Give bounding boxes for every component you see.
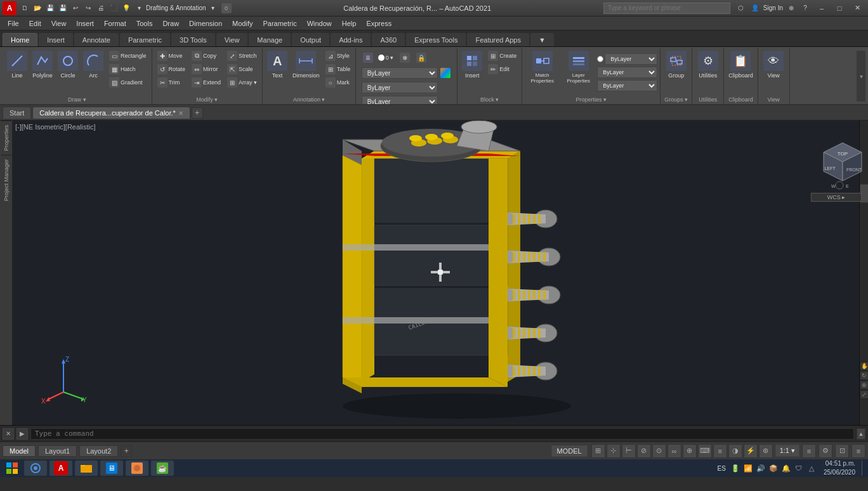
workspace-dropdown[interactable]: ▾ (133, 3, 145, 14)
annotation-btn1[interactable]: ⊿Style (323, 49, 353, 62)
search-input[interactable] (603, 3, 730, 14)
menu-dimension[interactable]: Dimension (184, 16, 227, 30)
workspace-arrow[interactable]: ▾ (207, 3, 219, 14)
menu-express[interactable]: Express (361, 16, 397, 30)
save-as-button[interactable]: 💾 (57, 3, 69, 14)
tab-more[interactable]: ▼ (530, 33, 554, 46)
match-properties-button[interactable]: MatchProperties (525, 49, 560, 95)
qp-toggle[interactable]: ⚡ (744, 444, 758, 458)
tab-annotate[interactable]: Annotate (74, 33, 119, 46)
menu-insert[interactable]: Insert (71, 16, 99, 30)
otrack-toggle[interactable]: ∞ (667, 444, 681, 458)
bylayer1-dropdown[interactable]: ByLayer (605, 53, 657, 65)
lineweight-toggle[interactable]: ≡ (713, 444, 727, 458)
polyline-button[interactable]: Polyline (30, 49, 55, 80)
active-doc-tab[interactable]: Caldera de Recupera...cuperador de Calor… (32, 107, 190, 119)
tab-manage[interactable]: Manage (249, 33, 291, 46)
rectangle-button[interactable]: ▭Rectangle (107, 49, 149, 62)
new-button[interactable]: 🗋 (19, 3, 30, 14)
hatch-button[interactable]: ▦Hatch (107, 63, 149, 75)
edit-block-button[interactable]: ✏Edit (485, 63, 519, 75)
color-dropdown[interactable]: ByLayer (362, 67, 438, 79)
properties-sidebar-tab[interactable]: Properties (1, 121, 11, 155)
menu-parametric[interactable]: Parametric (258, 16, 301, 30)
trim-button[interactable]: ✂Trim (155, 76, 188, 89)
osnap-toggle[interactable]: ⊙ (652, 444, 666, 458)
help-button[interactable]: ? (799, 3, 811, 14)
taskbar-app4[interactable]: 🖥 (100, 461, 123, 476)
tab-expresstools[interactable]: Express Tools (406, 33, 466, 46)
undo-button[interactable]: ↩ (70, 3, 81, 14)
tab-view[interactable]: View (216, 33, 248, 46)
start-button[interactable] (3, 461, 22, 476)
gradient-button[interactable]: ▧Gradient (107, 76, 149, 89)
taskbar-app6[interactable]: ☕ (151, 461, 174, 476)
close-button[interactable]: ✕ (849, 3, 865, 14)
navcube-label[interactable]: WCS ▸ (811, 193, 862, 202)
redo-button[interactable]: ↪ (82, 3, 94, 14)
transparency-toggle[interactable]: ◑ (728, 444, 742, 458)
snap-toggle[interactable]: ⊹ (607, 444, 621, 458)
taskbar-autocad[interactable]: A (49, 461, 72, 476)
sel-cycling[interactable]: ⊛ (759, 444, 773, 458)
more-apps-icon[interactable]: △ (806, 462, 817, 474)
command-input[interactable] (30, 428, 854, 440)
lights-button[interactable]: 💡 (121, 3, 132, 14)
stretch-button[interactable]: ⤢Stretch (225, 49, 260, 62)
pan-button[interactable]: ✋ (860, 362, 868, 370)
polar-toggle[interactable]: ⊘ (637, 444, 651, 458)
command-close-button[interactable]: ✕ (3, 428, 14, 440)
tab-a360[interactable]: A360 (372, 33, 405, 46)
dynucs-toggle[interactable]: ⊕ (683, 444, 697, 458)
extend-button[interactable]: ⇥Extend (189, 76, 223, 89)
tab-home[interactable]: Home (3, 33, 37, 46)
start-tab[interactable]: Start (3, 107, 31, 119)
text-button[interactable]: A Text (265, 49, 289, 80)
new-tab-button[interactable]: + (192, 107, 203, 119)
scale-button[interactable]: 1:1 ▾ (775, 445, 799, 457)
menu-help[interactable]: Help (337, 16, 362, 30)
annotation-btn3[interactable]: ○Mark (323, 76, 353, 89)
layout2-tab[interactable]: Layout2 (79, 445, 118, 457)
show-desktop-button[interactable] (862, 461, 865, 476)
menu-edit[interactable]: Edit (24, 16, 46, 30)
rotate-button[interactable]: ↺Rotate (155, 63, 188, 75)
tab-insert[interactable]: Insert (39, 33, 73, 46)
group-button[interactable]: Group (664, 49, 688, 80)
move-button[interactable]: ✚Move (155, 49, 188, 62)
zoom-button[interactable]: ⊕ (860, 381, 868, 390)
color-btn[interactable] (439, 67, 452, 79)
freeze-layer-button[interactable]: ❄ (397, 51, 412, 64)
orbit-button[interactable]: ↻ (860, 371, 868, 380)
annotation-btn2[interactable]: ⊞Table (323, 63, 353, 75)
plot-button[interactable]: 🖨 (95, 3, 107, 14)
menu-format[interactable]: Format (99, 16, 131, 30)
viewport[interactable]: [-][NE Isometric][Realistic] (13, 121, 868, 425)
layer-properties-button[interactable]: LayerProperties (561, 49, 596, 95)
close-tab-icon[interactable]: ✕ (178, 110, 183, 117)
ribbon-expand[interactable]: ▾ (857, 48, 865, 104)
model-status-button[interactable]: MODEL (551, 445, 588, 457)
autodesk-apps-button[interactable]: ⬡ (735, 3, 747, 14)
info-button[interactable]: ⊕ (786, 3, 797, 14)
annotation-scale-icon[interactable]: ≡ (802, 444, 816, 458)
3d-tools-button[interactable]: ⬛ (108, 3, 119, 14)
model-tab[interactable]: Model (3, 445, 36, 457)
scale-button[interactable]: ⇱Scale (225, 63, 260, 75)
grid-toggle[interactable]: ⊞ (591, 444, 605, 458)
menu-draw[interactable]: Draw (157, 16, 184, 30)
view-button[interactable]: 👁 View (761, 49, 786, 80)
create-block-button[interactable]: ⊞Create (485, 49, 519, 62)
project-manager-tab[interactable]: Project Manager (1, 155, 11, 205)
taskbar-app5[interactable] (126, 461, 148, 476)
tab-3dtools[interactable]: 3D Tools (171, 33, 215, 46)
lineweight-dropdown[interactable]: ByLayer (362, 96, 438, 105)
bylayer2-dropdown[interactable]: ByLayer (597, 67, 657, 78)
tab-addins[interactable]: Add-ins (331, 33, 371, 46)
zoom-extents-button[interactable]: ⤢ (860, 390, 868, 399)
dynin-toggle[interactable]: ⌨ (698, 444, 712, 458)
ortho-toggle[interactable]: ⊢ (622, 444, 636, 458)
lock-layer-button[interactable]: 🔒 (414, 51, 429, 64)
minimize-button[interactable]: – (813, 3, 830, 14)
layer-properties-panel-button[interactable]: ≡ (362, 51, 374, 64)
